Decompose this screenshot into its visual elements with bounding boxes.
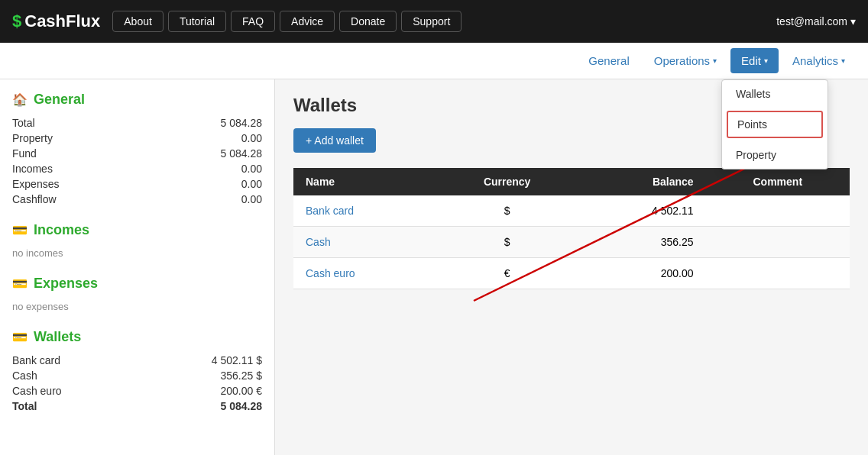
col-header-comment: Comment	[706, 168, 850, 195]
operations-nav-button[interactable]: Operations ▾	[643, 48, 727, 73]
cashflow-value: 0.00	[241, 193, 262, 205]
sidebar-fund-row: Fund 5 084.28	[12, 146, 262, 161]
casheuro-balance: 200.00	[577, 258, 706, 289]
col-header-currency: Currency	[437, 168, 576, 195]
bankcard-comment	[706, 195, 850, 227]
sidebar: 🏠 General Total 5 084.28 Property 0.00 F…	[0, 79, 275, 455]
edit-caret: ▾	[764, 56, 768, 65]
sidebar-wallets-section: 💳 Wallets Bank card 4 502.11 $ Cash 356.…	[12, 329, 262, 414]
bankcard-balance: 4 502.11	[577, 195, 706, 227]
about-button[interactable]: About	[112, 11, 164, 32]
wallet-bankcard-row: Bank card 4 502.11 $	[12, 353, 262, 368]
wallet-name-casheuro: Cash euro	[293, 258, 437, 289]
general-nav-link[interactable]: General	[578, 48, 640, 73]
operations-caret: ▾	[713, 56, 717, 65]
sidebar-incomes-section: 💳 Incomes no incomes	[12, 222, 262, 260]
casheuro-currency: €	[437, 258, 576, 289]
sidebar-expenses-section: 💳 Expenses no expenses	[12, 276, 262, 314]
analytics-nav-button[interactable]: Analytics ▾	[782, 48, 856, 73]
sidebar-property-row: Property 0.00	[12, 131, 262, 146]
faq-button[interactable]: FAQ	[231, 11, 275, 32]
add-wallet-button[interactable]: + Add wallet	[293, 128, 376, 153]
wallet-casheuro-label: Cash euro	[12, 385, 62, 397]
col-header-balance: Balance	[577, 168, 706, 195]
sidebar-wallets-title: 💳 Wallets	[12, 329, 262, 345]
sidebar-expenses-row: Expenses 0.00	[12, 176, 262, 192]
logo-dollar: $	[12, 11, 21, 31]
table-header-row: Name Currency Balance Comment	[293, 168, 850, 195]
income-icon: 💳	[12, 223, 28, 237]
col-header-name: Name	[293, 168, 437, 195]
nav-buttons: About Tutorial FAQ Advice Donate Support	[112, 11, 462, 32]
home-icon: 🏠	[12, 92, 28, 107]
logo-text: CashFlux	[24, 11, 100, 31]
sidebar-incomes-title: 💳 Incomes	[12, 222, 262, 238]
dropdown-property[interactable]: Property	[722, 141, 828, 169]
wallet-cash-value: 356.25 $	[221, 369, 263, 382]
wallet-bankcard-label: Bank card	[12, 354, 60, 366]
cash-link[interactable]: Cash	[306, 236, 331, 248]
cashflow-label: Cashflow	[12, 193, 57, 205]
bankcard-currency: $	[437, 195, 576, 227]
casheuro-link[interactable]: Cash euro	[306, 267, 355, 279]
tutorial-button[interactable]: Tutorial	[168, 11, 226, 32]
wallets-total-value: 5 084.28	[221, 400, 263, 412]
sub-nav: General Operations ▾ Edit ▾ Analytics ▾	[578, 48, 856, 73]
cash-balance: 356.25	[577, 227, 706, 258]
wallets-table: Name Currency Balance Comment Bank card …	[293, 168, 850, 289]
user-email: test@mail.com	[776, 15, 847, 27]
fund-label: Fund	[12, 147, 37, 160]
wallet-name-bankcard: Bank card	[293, 195, 437, 227]
cash-comment	[706, 227, 850, 258]
property-value: 0.00	[241, 132, 262, 144]
support-button[interactable]: Support	[401, 11, 462, 32]
wallet-name-cash: Cash	[293, 227, 437, 258]
sub-header: General Operations ▾ Edit ▾ Analytics ▾ …	[0, 43, 868, 79]
sidebar-general-section: 🏠 General Total 5 084.28 Property 0.00 F…	[12, 92, 262, 207]
operations-label: Operations	[654, 54, 710, 67]
donate-button[interactable]: Donate	[339, 11, 397, 32]
wallet-bankcard-value: 4 502.11 $	[212, 354, 262, 366]
wallet-casheuro-row: Cash euro 200.00 €	[12, 383, 262, 399]
expenses-value: 0.00	[241, 178, 262, 190]
sidebar-expenses-title: 💳 Expenses	[12, 276, 262, 292]
expenses-label: Expenses	[12, 178, 59, 190]
sidebar-incomes-row: Incomes 0.00	[12, 161, 262, 176]
bankcard-link[interactable]: Bank card	[306, 205, 354, 217]
incomes-empty: no incomes	[12, 246, 262, 260]
wallet-icon: 💳	[12, 330, 28, 344]
dropdown-wallets[interactable]: Wallets	[722, 80, 828, 108]
user-menu[interactable]: test@mail.com ▾	[776, 15, 856, 27]
wallet-cash-row: Cash 356.25 $	[12, 368, 262, 383]
table-row: Cash euro € 200.00	[293, 258, 850, 289]
incomes-value: 0.00	[241, 163, 262, 175]
wallets-total-label: Total	[12, 400, 37, 412]
header: $CashFlux About Tutorial FAQ Advice Dona…	[0, 0, 868, 43]
header-left: $CashFlux About Tutorial FAQ Advice Dona…	[12, 11, 462, 32]
sidebar-cashflow-row: Cashflow 0.00	[12, 192, 262, 207]
property-label: Property	[12, 132, 53, 144]
dropdown-points[interactable]: Points	[727, 111, 823, 138]
edit-label: Edit	[741, 54, 761, 67]
expenses-empty: no expenses	[12, 299, 262, 314]
fund-value: 5 084.28	[221, 147, 263, 160]
total-value: 5 084.28	[221, 117, 263, 129]
wallet-cash-label: Cash	[12, 369, 37, 382]
sidebar-general-title: 🏠 General	[12, 92, 262, 108]
expense-icon: 💳	[12, 276, 28, 291]
total-label: Total	[12, 117, 35, 129]
incomes-label: Incomes	[12, 163, 53, 175]
edit-nav-button[interactable]: Edit ▾	[730, 48, 779, 73]
table-row: Cash $ 356.25	[293, 227, 850, 258]
advice-button[interactable]: Advice	[280, 11, 335, 32]
analytics-caret: ▾	[841, 56, 845, 65]
casheuro-comment	[706, 258, 850, 289]
analytics-label: Analytics	[792, 54, 838, 67]
edit-dropdown-menu: Wallets Points Property	[721, 79, 828, 169]
cash-currency: $	[437, 227, 576, 258]
wallets-total-row: Total 5 084.28	[12, 399, 262, 414]
logo[interactable]: $CashFlux	[12, 11, 100, 31]
sidebar-total-row: Total 5 084.28	[12, 115, 262, 131]
wallet-casheuro-value: 200.00 €	[221, 385, 263, 397]
table-row: Bank card $ 4 502.11	[293, 195, 850, 227]
